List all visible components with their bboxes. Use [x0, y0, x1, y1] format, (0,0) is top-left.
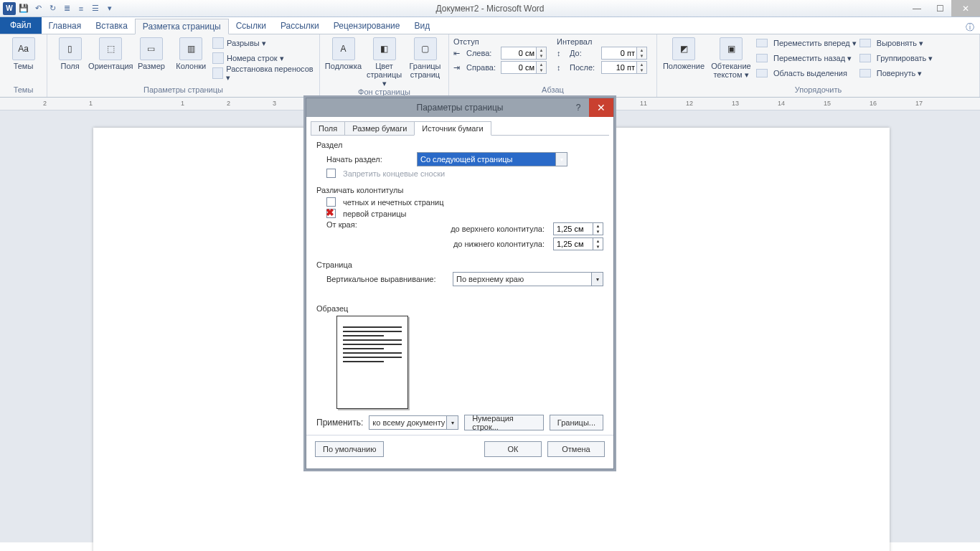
page-title: Страница — [316, 260, 603, 269]
dialog-tab-paper-source[interactable]: Источник бумаги — [414, 121, 491, 136]
tab-insert[interactable]: Вставка — [88, 18, 135, 34]
footer-distance-input[interactable] — [553, 237, 593, 250]
from-edge-row: От края: до верхнего колонтитула: ▲▼ до … — [326, 220, 603, 253]
bring-forward-icon — [756, 39, 768, 47]
maximize-button[interactable]: ☐ — [928, 0, 951, 17]
tab-view[interactable]: Вид — [407, 18, 437, 34]
chevron-down-icon[interactable]: ▾ — [555, 153, 567, 166]
quick-access-toolbar: W 💾 ↶ ↻ ≣ ≡ ☰ ▾ — [0, 2, 116, 15]
tab-home[interactable]: Главная — [42, 18, 89, 34]
section-break-title: Раздел — [316, 141, 603, 149]
minimize-button[interactable]: — — [905, 0, 928, 17]
group-page-setup: ▯Поля ⬚Ориентация ▭Размер ▥Колонки Разры… — [47, 34, 320, 97]
margins-button[interactable]: ▯Поля — [52, 36, 88, 70]
indent-left-input[interactable] — [501, 47, 537, 60]
odd-even-checkbox[interactable] — [326, 197, 336, 207]
columns-label: Колонки — [176, 62, 206, 70]
suppress-endnotes-row: Запретить концевые сноски — [326, 169, 603, 178]
hyphenation-button[interactable]: Расстановка переносов ▾ — [212, 66, 315, 80]
dialog-tab-paper-size[interactable]: Размер бумаги — [344, 121, 415, 136]
save-icon[interactable]: 💾 — [17, 2, 30, 15]
ribbon-help-icon[interactable]: ⓘ — [966, 22, 974, 34]
spacing-title: Интервал — [557, 37, 647, 46]
header-distance-spin[interactable]: ▲▼ — [553, 222, 603, 235]
wrap-text-button[interactable]: ▣Обтекание текстом ▾ — [709, 36, 753, 79]
indent-left-label: Слева: — [466, 49, 498, 57]
first-page-label: первой страницы — [343, 209, 406, 218]
dialog-close-button[interactable]: ✕ — [589, 98, 613, 117]
hf-title: Различать колонтитулы — [316, 186, 603, 194]
file-tab[interactable]: Файл — [0, 17, 42, 34]
columns-button[interactable]: ▥Колонки — [173, 36, 209, 70]
first-page-checkbox[interactable] — [326, 209, 336, 218]
page-color-label: Цвет страницы ▾ — [365, 62, 403, 88]
chevron-down-icon[interactable]: ▾ — [591, 273, 603, 286]
themes-label: Темы — [14, 62, 34, 70]
section-start-select[interactable]: Со следующей страницы ▾ — [417, 152, 567, 166]
section-preview: Образец — [306, 290, 613, 410]
indent-right-spin[interactable]: ▲▼ — [501, 61, 547, 74]
chevron-down-icon[interactable]: ▾ — [446, 416, 458, 429]
valign-select[interactable]: По верхнему краю ▾ — [453, 272, 603, 286]
align-button[interactable]: Выровнять ▾ — [859, 36, 933, 50]
qat-dropdown-icon[interactable]: ▾ — [103, 2, 116, 15]
bring-forward-button[interactable]: Переместить вперед ▾ — [756, 36, 857, 50]
close-window-button[interactable]: ✕ — [951, 0, 980, 17]
tab-page-layout[interactable]: Разметка страницы — [135, 19, 229, 34]
hyphenation-icon — [212, 67, 223, 79]
position-button[interactable]: ◩Положение — [661, 36, 706, 70]
send-backward-button[interactable]: Переместить назад ▾ — [756, 51, 857, 65]
cancel-button[interactable]: Отмена — [547, 441, 605, 457]
apply-select[interactable]: ко всему документу ▾ — [369, 415, 458, 430]
undo-icon[interactable]: ↶ — [32, 2, 44, 15]
themes-button[interactable]: Aa Темы — [4, 36, 42, 70]
orientation-label: Ориентация — [88, 62, 133, 70]
ok-button[interactable]: ОК — [484, 441, 542, 457]
qat-icon-1[interactable]: ≣ — [60, 2, 73, 15]
arrange-list-1: Переместить вперед ▾ Переместить назад ▾… — [756, 36, 857, 80]
page-borders-button[interactable]: ▢Границы страниц — [406, 36, 444, 79]
tab-review[interactable]: Рецензирование — [326, 18, 407, 34]
group-arrange-label: Упорядочить — [661, 85, 975, 95]
group-button[interactable]: Группировать ▾ — [859, 51, 933, 65]
position-label: Положение — [663, 62, 705, 70]
page-setup-small-list: Разрывы ▾ Номера строк ▾ Расстановка пер… — [212, 36, 315, 80]
spacing-before-spin[interactable]: ▲▼ — [601, 47, 647, 60]
footer-distance-spin[interactable]: ▲▼ — [553, 237, 603, 250]
line-numbers-button[interactable]: Номера строк ▾ — [212, 51, 315, 65]
title-bar: W 💾 ↶ ↻ ≣ ≡ ☰ ▾ Документ2 - Microsoft Wo… — [0, 0, 980, 17]
first-page-row: первой страницы — [326, 209, 603, 218]
line-numbers-icon — [212, 52, 224, 64]
section-headers-footers: Различать колонтитулы четных и нечетных … — [306, 182, 613, 256]
qat-icon-3[interactable]: ☰ — [89, 2, 102, 15]
indent-left-spin[interactable]: ▲▼ — [501, 47, 547, 60]
size-button[interactable]: ▭Размер — [133, 36, 169, 70]
spacing-after-input[interactable] — [601, 61, 637, 74]
header-distance-input[interactable] — [553, 222, 593, 235]
rotate-label: Повернуть ▾ — [877, 69, 922, 78]
watermark-button[interactable]: AПодложка — [324, 36, 362, 70]
size-label: Размер — [138, 62, 165, 70]
page-color-button[interactable]: ◧Цвет страницы ▾ — [365, 36, 403, 88]
breaks-button[interactable]: Разрывы ▾ — [212, 36, 315, 50]
dialog-help-button[interactable]: ? — [567, 98, 589, 117]
spacing-after-spin[interactable]: ▲▼ — [601, 61, 647, 74]
word-app-icon[interactable]: W — [3, 2, 16, 15]
dialog-title-bar[interactable]: Параметры страницы ? ✕ — [306, 98, 613, 117]
indent-right-input[interactable] — [501, 61, 537, 74]
tab-mailings[interactable]: Рассылки — [273, 18, 326, 34]
borders-dialog-button[interactable]: Границы... — [550, 415, 603, 430]
dialog-tab-margins[interactable]: Поля — [311, 121, 345, 136]
spacing-before-input[interactable] — [601, 47, 637, 60]
tab-references[interactable]: Ссылки — [229, 18, 273, 34]
line-numbers-dialog-button[interactable]: Нумерация строк... — [464, 415, 544, 430]
selection-pane-button[interactable]: Область выделения — [756, 66, 857, 80]
page-setup-dialog: Параметры страницы ? ✕ Поля Размер бумаг… — [306, 98, 614, 469]
rotate-button[interactable]: Повернуть ▾ — [859, 66, 933, 80]
redo-icon[interactable]: ↻ — [46, 2, 59, 15]
default-button[interactable]: По умолчанию — [315, 441, 384, 457]
selection-pane-label: Область выделения — [773, 69, 847, 77]
section-start-label: Начать раздел: — [326, 155, 413, 164]
qat-icon-2[interactable]: ≡ — [75, 2, 88, 15]
orientation-button[interactable]: ⬚Ориентация — [91, 36, 130, 70]
